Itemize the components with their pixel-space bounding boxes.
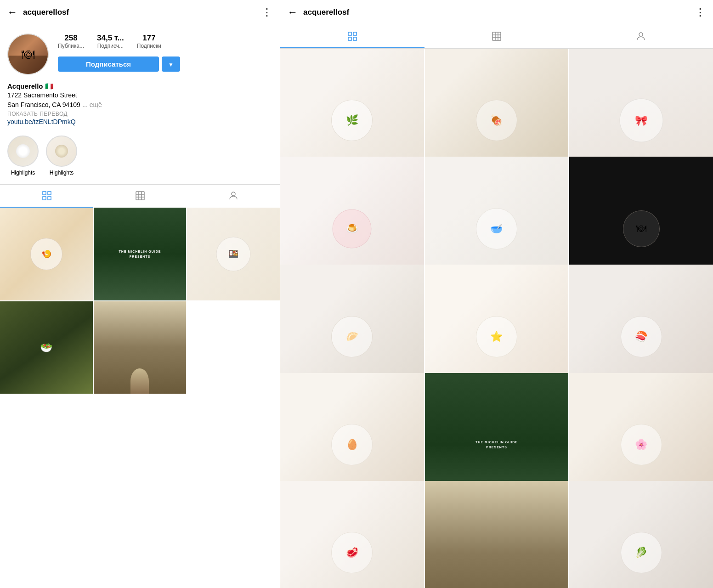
michelin-post: THE MICHELIN GUIDEPRESENTS <box>94 208 187 300</box>
right-header-left: ← acquerellosf <box>288 6 349 18</box>
right-person-icon <box>635 31 646 42</box>
right-tab-tagged[interactable] <box>569 25 713 48</box>
right-post-13[interactable]: 🥩 <box>280 481 424 588</box>
left-header: ← acquerellosf ⋮ <box>0 0 280 25</box>
svg-rect-2 <box>43 197 46 200</box>
posts-count: 258 <box>64 34 77 43</box>
right-tab-reels[interactable] <box>424 25 569 48</box>
bio-section: Acquerello 🇮🇹 1722 Sacramento Street San… <box>0 79 280 129</box>
bio-address2: San Francisco, CA 94109 <box>7 101 80 108</box>
translate-button[interactable]: ПОКАЗАТЬ ПЕРЕВОД <box>7 111 272 117</box>
right-post-14[interactable] <box>425 481 569 588</box>
bio-name: Acquerello <box>7 82 43 90</box>
svg-rect-1 <box>48 192 51 195</box>
following-stat[interactable]: 177 Подписки <box>137 34 161 49</box>
followers-label: Подписч... <box>97 43 124 49</box>
following-label: Подписки <box>137 43 161 49</box>
svg-rect-0 <box>43 192 46 195</box>
right-tab-grid[interactable] <box>280 25 424 48</box>
svg-rect-11 <box>353 32 356 35</box>
book-icon <box>135 190 146 201</box>
person-icon <box>228 190 239 201</box>
left-tabs-bar <box>0 184 280 208</box>
posts-stat: 258 Публика... <box>58 34 84 49</box>
dropdown-arrow-icon: ▼ <box>168 62 174 68</box>
right-more-button[interactable]: ⋮ <box>695 6 706 18</box>
right-post-15[interactable]: 🥬 <box>569 481 713 588</box>
bio-name-line: Acquerello 🇮🇹 <box>7 82 272 90</box>
svg-rect-13 <box>353 37 356 40</box>
posts-grid-container: 🍤 THE MICHELIN GUIDEPRESENTS 🍱 🥗 <box>0 208 280 394</box>
posts-label: Публика... <box>58 43 84 49</box>
highlight-item-2[interactable]: Highlights <box>46 136 77 176</box>
subscribe-button[interactable]: Подписаться <box>58 57 159 72</box>
back-button[interactable]: ← <box>7 6 17 18</box>
highlight-circle-1 <box>7 136 39 167</box>
svg-rect-4 <box>136 192 144 200</box>
tab-tagged-left[interactable] <box>187 185 280 208</box>
svg-rect-12 <box>348 37 351 40</box>
profile-section: 258 Публика... 34,5 т... Подписч... 177 … <box>0 25 280 79</box>
michelin-text-right: THE MICHELIN GUIDEPRESENTS <box>475 440 518 450</box>
bio-address2-line: San Francisco, CA 94109 ... ещё <box>7 100 272 110</box>
tab-reels-left[interactable] <box>93 185 187 208</box>
highlight-label-2: Highlights <box>50 170 74 176</box>
bio-flag: 🇮🇹 <box>45 82 54 90</box>
right-tabs-bar <box>280 25 713 49</box>
left-username: acquerellosf <box>23 8 69 17</box>
stats-row: 258 Публика... 34,5 т... Подписч... 177 … <box>58 34 180 49</box>
highlight-item-1[interactable]: Highlights <box>7 136 39 176</box>
avatar[interactable] <box>7 34 49 75</box>
portrait-right <box>425 481 569 588</box>
svg-rect-10 <box>348 32 351 35</box>
grid-icon <box>41 190 52 201</box>
profile-right: 258 Публика... 34,5 т... Подписч... 177 … <box>58 34 180 72</box>
post-cell-5[interactable] <box>94 301 187 394</box>
michelin-text: THE MICHELIN GUIDEPRESENTS <box>119 249 161 259</box>
highlight-circle-2 <box>46 136 77 167</box>
bio-more[interactable]: ... ещё <box>82 101 102 108</box>
portrait-post <box>94 301 187 394</box>
left-posts-grid: 🍤 THE MICHELIN GUIDEPRESENTS 🍱 🥗 <box>0 208 280 588</box>
following-count: 177 <box>142 34 155 43</box>
avatar-image <box>8 34 48 74</box>
post-cell-3[interactable]: 🍱 <box>187 208 280 300</box>
right-back-button[interactable]: ← <box>288 6 298 18</box>
svg-rect-14 <box>492 32 501 40</box>
post-cell-1[interactable]: 🍤 <box>0 208 93 300</box>
subscribe-row: Подписаться ▼ <box>58 57 180 72</box>
highlights-row: Highlights Highlights <box>0 129 280 182</box>
bio-address1: 1722 Sacramento Street <box>7 90 272 100</box>
followers-count: 34,5 т... <box>97 34 124 43</box>
post-cell-4[interactable]: 🥗 <box>0 301 93 394</box>
right-grid-icon <box>347 31 358 42</box>
subscribe-dropdown-button[interactable]: ▼ <box>162 57 180 72</box>
bio-link[interactable]: youtu.be/tzENLtDPmkQ <box>7 118 272 125</box>
right-panel: ← acquerellosf ⋮ 🌿 <box>280 0 713 588</box>
followers-stat[interactable]: 34,5 т... Подписч... <box>97 34 124 49</box>
svg-point-9 <box>232 192 235 196</box>
header-left: ← acquerellosf <box>7 6 69 18</box>
right-book-icon <box>491 31 502 42</box>
left-panel: ← acquerellosf ⋮ 258 Публика... 34,5 т..… <box>0 0 280 588</box>
right-posts-grid: 🌿 🍖 🎀 🍮 🥣 🍽 <box>280 49 713 588</box>
right-username: acquerellosf <box>303 8 349 17</box>
left-more-button[interactable]: ⋮ <box>262 6 272 18</box>
svg-rect-3 <box>48 197 51 200</box>
right-header: ← acquerellosf ⋮ <box>280 0 713 25</box>
svg-point-19 <box>639 33 643 36</box>
post-cell-2[interactable]: THE MICHELIN GUIDEPRESENTS <box>94 208 187 300</box>
highlight-label-1: Highlights <box>11 170 35 176</box>
tab-grid-left[interactable] <box>0 185 93 208</box>
